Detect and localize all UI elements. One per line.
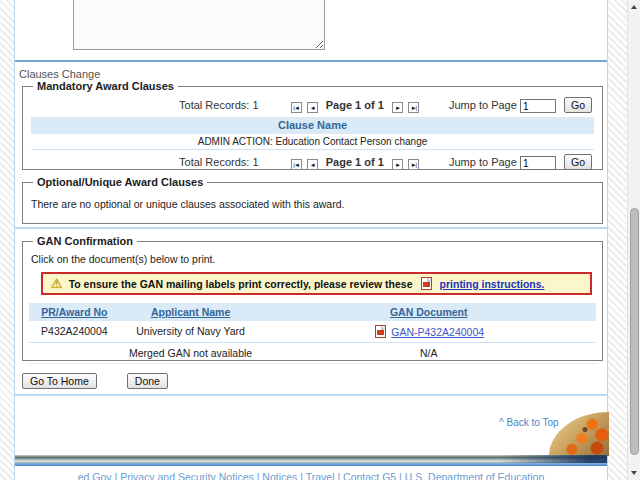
gan-document-table: PR/Award No Applicant Name GAN Document … [29,303,596,364]
warning-text: To ensure the GAN mailing labels print c… [69,278,413,290]
gan-document-cell: GAN-P432A240004 [261,321,596,342]
prev-page-icon[interactable]: ◄ [307,102,318,113]
scrollbar-up-button[interactable] [628,0,640,14]
gan-document-cell: N/A [261,342,596,363]
arrow-up-icon [631,5,637,9]
go-to-home-button[interactable]: Go To Home [22,373,97,389]
go-button[interactable]: Go [564,97,592,113]
page-content: Clauses Change Mandatory Award Clauses T… [14,0,608,480]
footer-legal-text: ed.Gov | Privacy and Security Notices | … [15,471,607,480]
footer-blue-line [15,463,607,466]
gan-document-link[interactable]: GAN-P432A240004 [391,326,484,338]
gan-confirmation-fieldset: GAN Confirmation Click on the document(s… [22,235,603,361]
clause-table: Clause Name ADMIN ACTION: Education Cont… [31,117,594,150]
pr-award-no-cell: P432A240004 [29,321,120,342]
pdf-icon [375,325,386,338]
applicant-name-header[interactable]: Applicant Name [120,303,262,321]
back-to-top-link[interactable]: ^ Back to Top [499,417,559,428]
vertical-scrollbar[interactable] [627,0,640,480]
scrollbar-down-button[interactable] [628,466,640,480]
jump-to-page-input[interactable] [520,99,556,113]
no-optional-clauses-message: There are no optional or unique clauses … [29,190,596,214]
first-page-icon[interactable]: |◄ [291,102,302,113]
pr-award-no-cell [29,342,120,363]
jump-to-page-label: Jump to Page [449,99,517,111]
total-records-label: Total Records: 1 [179,99,258,111]
total-records-label: Total Records: 1 [179,156,258,168]
divider [15,227,607,229]
mandatory-award-clauses-fieldset: Mandatory Award Clauses Total Records: 1… [22,80,603,170]
arrow-down-icon [631,471,637,475]
table-row: Merged GAN not available N/A [29,342,596,363]
scrollbar-thumb[interactable] [630,208,639,455]
last-page-icon[interactable]: ►| [408,102,419,113]
table-row: P432A240004 University of Navy Yard GAN-… [29,321,596,342]
prev-page-icon[interactable]: ◄ [307,159,318,170]
optional-unique-clauses-legend: Optional/Unique Award Clauses [33,176,207,188]
last-page-icon[interactable]: ►| [408,159,419,170]
page-status: Page 1 of 1 [326,156,384,168]
divider [15,394,607,396]
pagination-bottom: Total Records: 1 |◄ ◄ Page 1 of 1 ► ►| J… [29,151,596,172]
pdf-icon [421,277,432,290]
printing-instructions-link[interactable]: printing instructions. [440,278,545,290]
next-page-icon[interactable]: ► [392,102,403,113]
optional-unique-clauses-fieldset: Optional/Unique Award Clauses There are … [22,176,603,224]
action-buttons: Go To Home Done [22,373,168,389]
gan-confirmation-legend: GAN Confirmation [33,235,137,247]
divider [15,60,607,62]
warning-icon: ⚠ [51,277,63,290]
clause-row: ADMIN ACTION: Education Contact Person c… [31,134,594,150]
jump-to-page-label: Jump to Page [449,156,517,168]
gan-document-header[interactable]: GAN Document [261,303,596,321]
printing-warning-banner: ⚠ To ensure the GAN mailing labels print… [41,272,592,295]
clauses-change-label: Clauses Change [19,68,100,80]
clause-name-header: Clause Name [31,117,594,134]
comments-textarea[interactable] [73,0,325,50]
pr-award-no-header[interactable]: PR/Award No [29,303,120,321]
footer-bar [15,455,607,463]
print-instruction-text: Click on the document(s) below to print. [29,249,596,265]
applicant-name-cell: Merged GAN not available [120,342,262,363]
done-button[interactable]: Done [127,373,168,389]
first-page-icon[interactable]: |◄ [291,159,302,170]
pagination-top: Total Records: 1 |◄ ◄ Page 1 of 1 ► ►| J… [29,94,596,115]
mandatory-award-clauses-legend: Mandatory Award Clauses [33,80,178,92]
go-button[interactable]: Go [564,154,592,170]
next-page-icon[interactable]: ► [392,159,403,170]
jump-to-page-input[interactable] [520,156,556,170]
applicant-name-cell: University of Navy Yard [120,321,262,342]
page-status: Page 1 of 1 [326,99,384,111]
